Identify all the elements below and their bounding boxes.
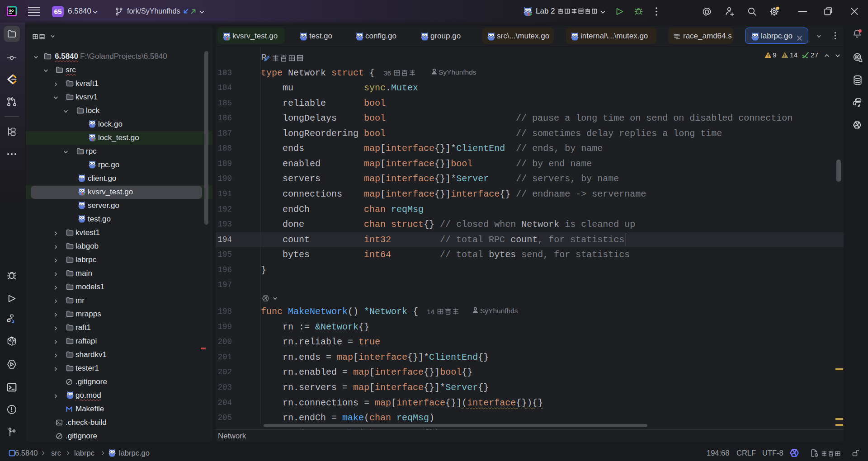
svg-text:GO: GO	[9, 9, 14, 13]
